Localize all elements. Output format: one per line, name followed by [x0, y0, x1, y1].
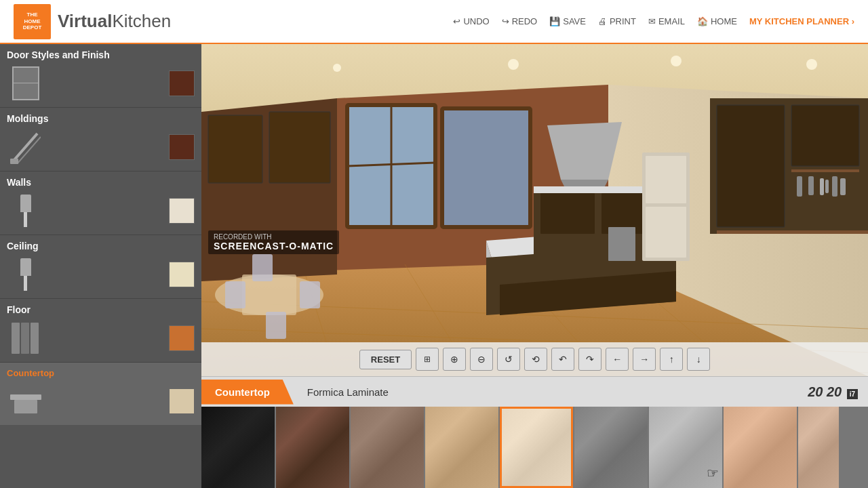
save-label: SAVE — [563, 16, 586, 26]
print-icon: 🖨 — [598, 16, 607, 26]
moldings-content — [7, 128, 195, 165]
swatch-light-gray[interactable]: ☞ — [649, 407, 722, 488]
countertop-section[interactable]: Countertop — [0, 363, 201, 425]
pan-left-button[interactable]: ← — [606, 348, 629, 371]
moldings-icon — [10, 130, 41, 164]
swatch-medium-granite[interactable] — [351, 407, 424, 488]
ceiling-swatch[interactable] — [169, 262, 195, 287]
svg-point-60 — [508, 59, 519, 70]
redo-button[interactable]: ↪ REDO — [502, 16, 538, 26]
door-styles-swatch[interactable] — [169, 70, 195, 96]
cursor-pointer: ☞ — [707, 465, 719, 481]
svg-point-63 — [333, 64, 341, 72]
countertop-label: Countertop — [7, 368, 195, 378]
tab-bar: Countertop Formica Laminate 20 20 i7 — [201, 376, 868, 407]
floor-swatch[interactable] — [169, 325, 195, 351]
svg-rect-4 — [21, 323, 29, 354]
ceiling-section[interactable]: Ceiling — [0, 235, 201, 299]
email-label: EMAIL — [658, 16, 685, 26]
email-button[interactable]: ✉ EMAIL — [648, 16, 685, 26]
countertop-tab[interactable]: Countertop — [201, 380, 294, 405]
watermark-line2: SCREENCAST-O-MATIC — [214, 241, 334, 251]
door-styles-content — [7, 64, 195, 102]
swatch-partial-right[interactable] — [798, 407, 839, 488]
main-content: Door Styles and Finish Moldings — [0, 44, 868, 488]
home-button[interactable]: 🏠 HOME — [697, 16, 737, 26]
app-header: THEHOMEDEPOT VirtualKitchen ↩ UNDO ↪ RED… — [0, 0, 868, 44]
floor-content — [7, 319, 195, 357]
swatch-brown-granite[interactable] — [276, 407, 349, 488]
svg-rect-41 — [717, 105, 785, 227]
undo-button[interactable]: ↩ UNDO — [453, 16, 489, 26]
app-title: VirtualKitchen — [58, 11, 171, 32]
print-button[interactable]: 🖨 PRINT — [598, 16, 636, 26]
rotate-cw-button[interactable]: ↺ — [497, 348, 520, 371]
svg-rect-11 — [442, 108, 530, 227]
swatch-dark-granite[interactable] — [201, 407, 275, 488]
moldings-swatch[interactable] — [169, 134, 195, 160]
rotate-left-button[interactable]: ↶ — [551, 348, 574, 371]
svg-rect-48 — [825, 180, 829, 193]
controls-bar: RESET ⊞ ⊕ ⊖ ↺ ⟲ ↶ ↷ ← → ↑ ↓ — [201, 342, 868, 376]
walls-section[interactable]: Walls — [0, 171, 201, 235]
moldings-icon-area — [7, 128, 44, 165]
svg-rect-7 — [14, 400, 37, 413]
svg-rect-42 — [791, 105, 859, 166]
swatch-tan-granite[interactable] — [425, 407, 498, 488]
svg-rect-49 — [832, 176, 837, 197]
countertop-swatch[interactable] — [169, 388, 195, 414]
undo-view-button[interactable]: ⟲ — [524, 348, 547, 371]
zoom-in-button[interactable]: ⊕ — [443, 348, 466, 371]
save-icon: 💾 — [549, 16, 560, 26]
walls-swatch[interactable] — [169, 198, 195, 224]
walls-content — [7, 192, 195, 229]
swatch-gray-stone[interactable] — [574, 407, 648, 488]
svg-rect-45 — [797, 176, 802, 197]
moldings-section[interactable]: Moldings — [0, 108, 201, 171]
right-panel: RECORDED WITH SCREENCAST-O-MATIC RESET ⊞… — [201, 44, 868, 488]
rotate-right-button[interactable]: ↷ — [578, 348, 601, 371]
tab-description: Formica Laminate — [294, 386, 389, 398]
floor-title: Floor — [7, 304, 195, 315]
door-styles-icon-area — [7, 64, 44, 102]
svg-rect-43 — [791, 169, 859, 172]
reset-button[interactable]: RESET — [359, 350, 412, 369]
svg-rect-37 — [534, 186, 656, 193]
pan-up-button[interactable]: ↑ — [660, 348, 683, 371]
home-icon: 🏠 — [697, 16, 708, 26]
watermark-line1: RECORDED WITH — [214, 233, 334, 241]
svg-rect-3 — [12, 323, 20, 354]
countertop-icon — [9, 384, 43, 418]
svg-rect-50 — [840, 178, 846, 195]
home-label: HOME — [711, 16, 737, 26]
moldings-title: Moldings — [7, 113, 195, 124]
svg-rect-64 — [608, 227, 635, 261]
ceiling-paintbrush-icon — [20, 258, 31, 291]
pan-down-button[interactable]: ↓ — [687, 348, 710, 371]
svg-rect-54 — [300, 281, 320, 308]
ceiling-content — [7, 256, 195, 293]
svg-rect-56 — [266, 312, 286, 339]
countertop-content — [7, 382, 195, 420]
zoom-fit-button[interactable]: ⊞ — [416, 348, 439, 371]
sidebar: Door Styles and Finish Moldings — [0, 44, 201, 488]
swatch-beige[interactable] — [500, 407, 573, 488]
door-styles-section[interactable]: Door Styles and Finish — [0, 44, 201, 108]
logo-area: THEHOMEDEPOT VirtualKitchen — [14, 4, 171, 39]
svg-rect-26 — [208, 115, 262, 183]
svg-rect-2 — [10, 159, 18, 164]
kitchen-3d-view[interactable]: RECORDED WITH SCREENCAST-O-MATIC RESET ⊞… — [201, 44, 868, 376]
floor-section[interactable]: Floor — [0, 299, 201, 363]
my-kitchen-planner-button[interactable]: MY KITCHEN PLANNER › — [749, 16, 854, 26]
save-button[interactable]: 💾 SAVE — [549, 16, 586, 26]
swatch-peach[interactable] — [724, 407, 797, 488]
svg-rect-27 — [269, 112, 330, 183]
kitchen-scene — [201, 44, 868, 376]
svg-rect-58 — [646, 156, 686, 203]
pan-right-button[interactable]: → — [633, 348, 656, 371]
nav-actions: ↩ UNDO ↪ REDO 💾 SAVE 🖨 PRINT ✉ EMAIL 🏠 H… — [453, 16, 854, 26]
svg-point-62 — [806, 59, 817, 70]
zoom-out-button[interactable]: ⊖ — [470, 348, 493, 371]
svg-point-61 — [671, 56, 682, 66]
ceiling-title: Ceiling — [7, 241, 195, 251]
